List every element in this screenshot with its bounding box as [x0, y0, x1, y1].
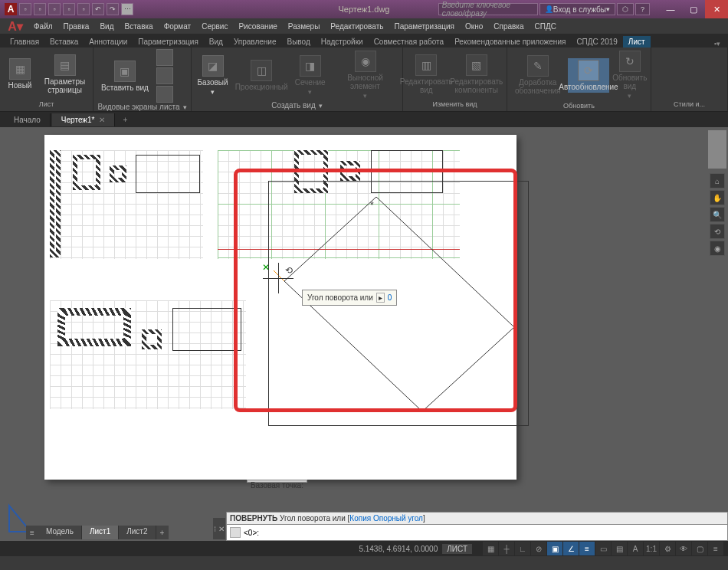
nav-orbit-icon[interactable]: ⟲ [710, 224, 725, 239]
rtab-insert[interactable]: Вставка [44, 36, 84, 48]
menu-modify[interactable]: Редактировать [326, 21, 388, 32]
rtab-parametric[interactable]: Параметризация [133, 36, 204, 48]
doc-tab-start[interactable]: Начало [5, 113, 51, 126]
help-icon[interactable]: ? [635, 3, 650, 15]
close-button[interactable]: ✕ [705, 0, 728, 18]
rtab-collab[interactable]: Совместная работа [369, 36, 450, 48]
rtab-layout[interactable]: Лист [623, 36, 651, 48]
st-monitor-icon[interactable]: 👁 [676, 542, 691, 555]
qat-more-icon[interactable]: ⋯ [121, 3, 133, 15]
st-ws-icon[interactable]: ⚙ [660, 542, 675, 555]
rtab-annotate[interactable]: Аннотации [84, 36, 133, 48]
rtab-view[interactable]: Вид [204, 36, 228, 48]
view-cube[interactable] [708, 130, 726, 169]
drawing-canvas[interactable]: * ✕ ⟲ Угол поворота или ▸ 0 Базовая точк… [0, 127, 707, 541]
cmd-option-reference[interactable]: Опорный угол [373, 514, 423, 522]
menu-tools[interactable]: Сервис [197, 21, 232, 32]
rtab-output[interactable]: Вывод [282, 36, 316, 48]
qat-plot-icon[interactable]: ▫ [77, 3, 90, 15]
cmd-option-copy[interactable]: Копия [349, 514, 371, 522]
symbol-sketch-button: ✎Доработка обозначения [510, 54, 565, 97]
menu-format[interactable]: Формат [159, 21, 196, 32]
st-clean-icon[interactable]: ▢ [692, 542, 707, 555]
menu-parametric[interactable]: Параметризация [389, 21, 459, 32]
layout-tab-menu-icon[interactable]: ≡ [26, 526, 38, 539]
auto-update-label: Автообновление [559, 83, 618, 91]
base-view-button[interactable]: ◪Базовый▾ [195, 54, 231, 97]
menu-help[interactable]: Справка [489, 21, 528, 32]
st-polar-icon[interactable]: ⊘ [531, 542, 546, 555]
st-grid-icon[interactable]: ▦ [483, 542, 498, 555]
st-ortho-icon[interactable]: ∟ [515, 542, 530, 555]
app-menu-icon[interactable]: A▾ [6, 19, 25, 33]
ribbon-tab-bar: Главная Вставка Аннотации Параметризация… [0, 34, 728, 48]
qat-save-icon[interactable]: ▫ [48, 3, 61, 15]
menu-edit[interactable]: Правка [59, 21, 94, 32]
layout-tabs: ≡ Модель Лист1 Лист2 + [26, 526, 169, 539]
rtab-manage[interactable]: Управление [228, 36, 282, 48]
vp-rect-button[interactable] [156, 49, 173, 66]
edit-comp-label: Редактировать компоненты [450, 77, 503, 94]
command-line-handle[interactable]: ⁝ ✕ [213, 518, 225, 539]
nav-pan-icon[interactable]: ✋ [710, 190, 725, 205]
doc-tab-drawing1[interactable]: Чертеж1*✕ [52, 113, 116, 126]
tooltip-toggle-icon[interactable]: ▸ [376, 293, 385, 303]
st-scale-icon[interactable]: 1:1 [644, 542, 659, 555]
vp-poly-button[interactable] [156, 67, 173, 84]
layout-tab-add-icon[interactable]: + [156, 526, 169, 539]
panel-vp-title: Видовые экраны листа [97, 103, 179, 111]
vp-lock-button[interactable] [156, 86, 173, 103]
rtab-home[interactable]: Главная [5, 36, 44, 48]
st-otrack-icon[interactable]: ∠ [563, 542, 579, 555]
qat-redo-icon[interactable]: ↷ [107, 3, 119, 15]
rtab-spds[interactable]: СПДС 2019 [571, 36, 622, 48]
dynamic-input-tooltip[interactable]: Угол поворота или ▸ 0 [302, 290, 397, 306]
status-bar: 5.1438, 4.6914, 0.0000 ЛИСТ ▦ ┼ ∟ ⊘ ▣ ∠ … [0, 541, 728, 556]
st-trans-icon[interactable]: ▭ [595, 542, 611, 555]
layout-tab-sheet2[interactable]: Лист2 [119, 526, 156, 539]
panel-layout-title: Лист [3, 99, 90, 110]
menu-dimension[interactable]: Размеры [284, 21, 325, 32]
menu-spds[interactable]: СПДС [530, 21, 561, 32]
page-setup-button[interactable]: ▤Параметры страницы [40, 53, 90, 96]
edit-comp-button: ▧Редактировать компоненты [449, 53, 503, 96]
signin-button[interactable]: 👤 Вход в службы ▾ [539, 3, 615, 15]
exchange-icon[interactable]: ⬡ [617, 3, 634, 15]
layout-tab-model[interactable]: Модель [38, 526, 82, 539]
rtab-addins[interactable]: Надстройки [316, 36, 369, 48]
qat-open-icon[interactable]: ▫ [34, 3, 46, 15]
qat-saveas-icon[interactable]: ▫ [63, 3, 75, 15]
maximize-button[interactable]: ▢ [682, 0, 705, 18]
qat-new-icon[interactable]: ▫ [19, 3, 31, 15]
tooltip-value[interactable]: 0 [388, 293, 392, 302]
nav-zoom-icon[interactable]: 🔍 [710, 207, 725, 222]
base-view-label: Базовый [197, 78, 228, 87]
st-lwt-icon[interactable]: ≡ [579, 542, 595, 555]
menu-draw[interactable]: Рисование [234, 21, 281, 32]
search-input[interactable]: Введите ключевое слово/фразу [438, 3, 538, 15]
new-layout-button[interactable]: ▦Новый [3, 57, 37, 91]
status-mode[interactable]: ЛИСТ [442, 544, 472, 554]
st-custom-icon[interactable]: ≡ [708, 542, 723, 555]
close-tab-icon[interactable]: ✕ [99, 116, 105, 124]
add-tab-button[interactable]: + [116, 116, 133, 124]
command-input[interactable] [262, 529, 724, 537]
st-snap-icon[interactable]: ┼ [499, 542, 514, 555]
insert-view-button[interactable]: ▣Вставить вид [97, 59, 153, 93]
qat-undo-icon[interactable]: ↶ [92, 3, 104, 15]
nav-home-icon[interactable]: ⌂ [710, 173, 725, 188]
layout-tab-sheet1data-bind=[interactable]: Лист1 [82, 526, 119, 539]
rtab-featured[interactable]: Рекомендованные приложения [449, 36, 571, 48]
st-qp-icon[interactable]: ▤ [612, 542, 627, 555]
minimize-button[interactable]: — [659, 0, 682, 18]
menu-window[interactable]: Окно [461, 21, 487, 32]
ribbon-collapse-icon[interactable]: ▪▾ [711, 40, 723, 48]
st-annoscale-icon[interactable]: A [628, 542, 643, 555]
menu-file[interactable]: Файл [29, 21, 57, 32]
nav-wheel-icon[interactable]: ◉ [710, 241, 725, 256]
menu-insert[interactable]: Вставка [120, 21, 157, 32]
command-line[interactable]: ПОВЕРНУТЬ Угол поворота или [Копия Опорн… [226, 512, 728, 541]
auto-update-button[interactable]: ⟳Автообновление [568, 58, 608, 93]
st-osnap-icon[interactable]: ▣ [547, 542, 562, 555]
menu-view[interactable]: Вид [95, 21, 118, 32]
